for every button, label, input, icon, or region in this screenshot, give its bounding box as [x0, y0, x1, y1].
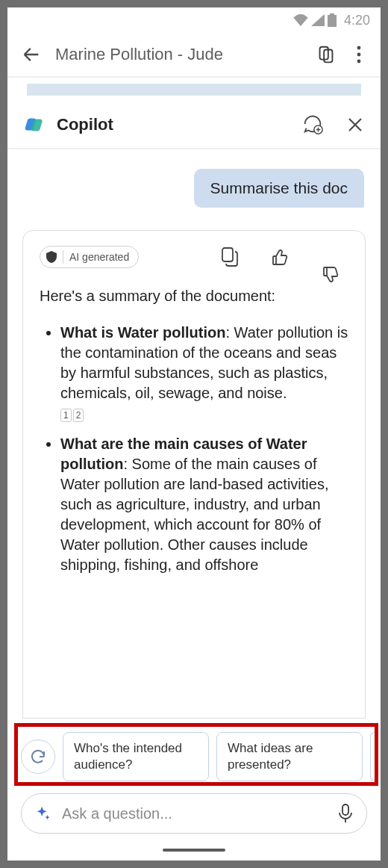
document-preview-strip — [7, 78, 381, 102]
more-icon[interactable] — [351, 45, 367, 64]
suggestion-chip[interactable]: What ideas are presented? — [216, 732, 363, 781]
list-item: What is Water pollution: Water pollution… — [60, 323, 348, 424]
svg-rect-0 — [328, 15, 337, 27]
wifi-icon — [293, 14, 308, 26]
shield-icon — [46, 251, 57, 263]
ai-badge-label: AI generated — [69, 251, 129, 263]
copilot-logo-icon — [24, 114, 46, 136]
suggestion-chip-overflow[interactable] — [370, 732, 375, 781]
reference-badge[interactable]: 1 — [60, 409, 72, 422]
svg-rect-1 — [330, 13, 334, 15]
suggestion-chip[interactable]: Who's the intended audience? — [63, 732, 209, 781]
copy-icon[interactable] — [222, 247, 238, 267]
summary-intro: Here's a summary of the document: — [40, 286, 348, 306]
copilot-title: Copilot — [57, 115, 291, 134]
copilot-header: Copilot — [7, 102, 381, 149]
reference-badge[interactable]: 2 — [73, 409, 84, 422]
close-icon[interactable] — [346, 116, 364, 134]
svg-rect-7 — [342, 805, 348, 815]
app-header: Marine Pollution - Jude — [7, 33, 381, 76]
thumbs-up-icon[interactable] — [271, 247, 289, 267]
svg-point-4 — [357, 60, 361, 63]
user-message: Summarise this doc — [194, 169, 364, 208]
ask-input-container[interactable] — [21, 793, 367, 834]
summary-list: What is Water pollution: Water pollution… — [40, 323, 348, 575]
regenerate-button[interactable] — [21, 740, 55, 774]
cellular-icon — [311, 14, 325, 26]
suggestion-zone: Who's the intended audience? What ideas … — [7, 719, 381, 789]
copilot-icon[interactable] — [315, 43, 337, 66]
home-indicator[interactable] — [7, 849, 381, 861]
battery-icon — [328, 13, 337, 27]
thumbs-down-icon[interactable] — [322, 247, 340, 267]
back-icon[interactable] — [21, 44, 42, 65]
status-bar: 4:20 — [7, 7, 381, 33]
conversation-area: Summarise this doc AI generated — [7, 149, 381, 719]
ask-input[interactable] — [62, 805, 328, 822]
new-chat-icon[interactable] — [301, 114, 324, 136]
list-item: What are the main causes of Water pollut… — [60, 434, 348, 575]
svg-point-2 — [357, 46, 361, 50]
mic-icon[interactable] — [338, 804, 353, 823]
response-card: AI generated Here's a summary of the doc… — [22, 230, 366, 719]
ai-generated-badge[interactable]: AI generated — [40, 246, 139, 268]
sparkle-icon — [35, 805, 51, 822]
svg-rect-6 — [222, 248, 233, 261]
svg-point-3 — [357, 53, 361, 57]
status-time: 4:20 — [344, 13, 370, 28]
document-title: Marine Pollution - Jude — [55, 45, 301, 64]
